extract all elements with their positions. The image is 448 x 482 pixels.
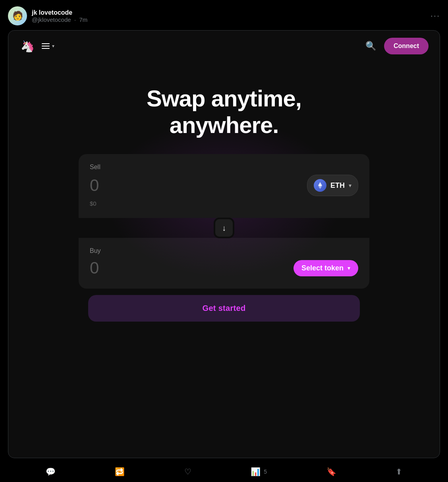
share-icon: ⬆ [396,467,402,476]
select-token-chevron-icon: ▾ [348,265,350,271]
buy-amount[interactable]: 0 [90,258,99,278]
token-chevron-icon: ▾ [349,182,351,189]
user-handle: @jklovetocode · 7m [32,16,87,23]
eth-logo-svg [317,182,324,189]
post-footer: 💬 🔁 ♡ 📊 5 🔖 ⬆ [0,461,448,482]
search-icon[interactable]: 🔍 [365,41,376,51]
connect-button[interactable]: Connect [384,38,429,54]
post-author-section: 🧑 jk lovetocode @jklovetocode · 7m [8,6,87,25]
swap-direction-button[interactable]: ↓ [214,218,234,238]
hamburger-menu-button[interactable]: ▾ [42,43,54,49]
stats-action[interactable]: 📊 5 [251,467,267,476]
hero-title: Swap anytime, anywhere. [16,85,432,138]
stats-count: 5 [264,469,267,475]
app-navbar: 🦄 ▾ 🔍 Connect [8,31,440,62]
select-token-label: Select token [301,264,344,272]
app-card: 🦄 ▾ 🔍 Connect Swap anytime, anywhere. [8,30,440,458]
app-content: Swap anytime, anywhere. Sell 0 [8,62,440,334]
comment-action[interactable]: 💬 [46,467,56,476]
chevron-down-icon: ▾ [52,43,54,49]
like-icon: ♡ [184,467,191,476]
eth-token-selector[interactable]: ETH ▾ [307,175,358,196]
sell-panel: Sell 0 ETH ▾ [79,154,369,218]
get-started-section: Get started [79,295,369,322]
bookmark-icon: 🔖 [326,467,336,476]
unicorn-icon: 🦄 [21,40,35,53]
like-action[interactable]: ♡ [184,467,191,476]
post-header: 🧑 jk lovetocode @jklovetocode · 7m ··· [0,0,448,30]
stats-icon: 📊 [251,467,261,476]
swap-arrow-container: ↓ [79,218,369,238]
app-logo: 🦄 [19,38,35,54]
buy-label: Buy [90,247,358,254]
retweet-action[interactable]: 🔁 [115,467,125,476]
sell-usd-value: $0 [90,200,358,207]
sell-amount[interactable]: 0 [90,176,99,195]
eth-symbol: ETH [330,181,345,190]
comment-icon: 💬 [46,467,56,476]
nav-right: 🔍 Connect [365,38,429,54]
avatar[interactable]: 🧑 [8,6,27,25]
avatar-image: 🧑 [8,6,27,25]
buy-row: 0 Select token ▾ [90,258,358,278]
share-action[interactable]: ⬆ [396,467,402,476]
sell-label: Sell [90,164,358,171]
buy-panel: Buy 0 Select token ▾ [79,238,369,289]
sell-row: 0 ETH ▾ [90,175,358,196]
eth-icon [314,179,326,192]
select-token-button[interactable]: Select token ▾ [294,260,358,276]
nav-left: 🦄 ▾ [19,38,54,54]
bookmark-action[interactable]: 🔖 [326,467,336,476]
hamburger-icon [42,43,50,49]
get-started-button[interactable]: Get started [88,295,360,322]
arrow-down-icon: ↓ [222,224,226,233]
hero-section: Swap anytime, anywhere. [8,62,440,154]
more-options-button[interactable]: ··· [431,11,440,21]
user-info: jk lovetocode @jklovetocode · 7m [32,9,87,23]
retweet-icon: 🔁 [115,467,125,476]
swap-widget: Sell 0 ETH ▾ [69,154,379,334]
display-name: jk lovetocode [32,9,87,16]
